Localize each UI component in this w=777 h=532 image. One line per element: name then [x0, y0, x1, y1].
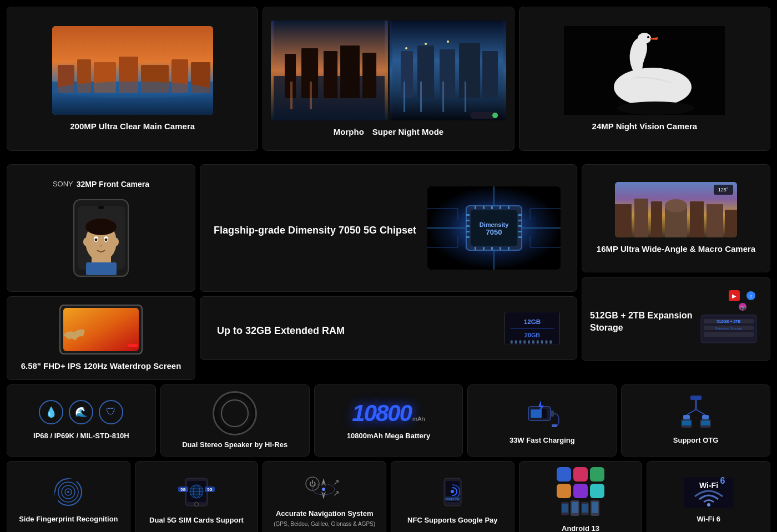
svg-rect-106: [541, 340, 543, 343]
ip-rating-cell: 💧 🌊 🛡 IP68 / IP69K / MIL-STD-810H: [7, 384, 156, 457]
svg-rect-18: [310, 82, 312, 109]
svg-text:Dimensity: Dimensity: [480, 221, 509, 228]
svg-rect-94: [508, 247, 509, 250]
chipset-cell: Flagship-grade Dimensity 7050 5G Chipset: [200, 164, 577, 292]
svg-rect-87: [491, 206, 493, 209]
svg-rect-76: [466, 220, 470, 221]
android-app-1: [557, 467, 571, 482]
front-camera-label: 32MP Front Camera: [77, 179, 149, 190]
svg-rect-85: [475, 206, 476, 209]
fingerprint-image: [53, 477, 84, 510]
svg-point-47: [99, 245, 103, 247]
svg-rect-81: [518, 220, 522, 221]
svg-rect-142: [702, 415, 709, 419]
sim-label: Dual 5G SIM Cards Support: [149, 515, 244, 525]
wide-angle-image: 125°: [615, 182, 737, 237]
svg-text:📷: 📷: [740, 305, 745, 310]
svg-rect-14: [324, 51, 337, 98]
svg-rect-22: [440, 49, 455, 98]
charging-image: [523, 396, 562, 431]
ip68-icon: 💧: [39, 400, 63, 424]
svg-rect-145: [682, 420, 691, 425]
otg-cell: Support OTG: [621, 384, 770, 457]
svg-rect-111: [634, 199, 648, 237]
android-app-3: [590, 467, 604, 482]
ip-rating-label: IP68 / IP69K / MIL-STD-810H: [33, 431, 129, 441]
svg-rect-51: [86, 262, 117, 275]
night-vision-cell: 24MP Night Vision Camera: [519, 7, 770, 151]
svg-text:5G: 5G: [180, 488, 186, 492]
navigation-sublabel: (GPS, Beidou, Galileo, Glonass & AGPS): [274, 521, 375, 527]
battery-display: 10800mAh: [352, 400, 425, 427]
android-app-4: [557, 484, 571, 498]
android-app-5: [573, 484, 588, 498]
svg-point-9: [55, 82, 210, 98]
svg-point-33: [492, 113, 498, 118]
sim-cell: 5G 5G Dual 5G SIM Cards Support: [135, 461, 259, 532]
svg-line-139: [687, 409, 696, 415]
nfc-label: NFC Supports Google Pay: [407, 515, 498, 525]
svg-text:↗: ↗: [333, 489, 340, 498]
wifi-cell: Wi-Fi 6 Wi-Fi 6: [647, 461, 770, 532]
ram-label: Up to 32GB Extended RAM: [217, 324, 345, 338]
svg-rect-102: [523, 340, 526, 343]
svg-point-191: [707, 503, 710, 506]
svg-point-30: [425, 43, 427, 45]
navigation-cell: ⏻ ↗ ↗ Accurate Navigation System (GPS, B…: [263, 461, 386, 532]
svg-point-35: [614, 68, 692, 107]
ram-image: 12GB 20GB: [504, 312, 560, 345]
svg-rect-86: [483, 206, 485, 209]
svg-rect-21: [417, 45, 434, 98]
svg-rect-103: [528, 340, 530, 343]
svg-rect-25: [403, 82, 405, 112]
speaker-cell: Dual Stereo Speaker by Hi-Res: [160, 384, 310, 457]
android-cell: Android 13: [519, 461, 643, 532]
night-vision-image: [564, 26, 725, 115]
chipset-image: Dimensity 7050: [427, 186, 561, 270]
svg-rect-146: [701, 420, 710, 425]
svg-rect-24: [482, 51, 498, 98]
svg-text:125°: 125°: [718, 187, 729, 192]
svg-rect-105: [537, 340, 539, 343]
svg-rect-26: [420, 82, 422, 112]
camera-main-image: [52, 26, 213, 115]
front-camera-cell: SONY 32MP Front Camera: [7, 164, 195, 292]
svg-rect-90: [475, 247, 476, 250]
svg-rect-56: [128, 344, 138, 347]
svg-rect-188: [582, 504, 588, 513]
night-mode-image: [271, 21, 506, 120]
fingerprint-label: Side Fingerprint Recognition: [19, 514, 118, 524]
fingerprint-cell: Side Fingerprint Recognition: [7, 461, 130, 532]
sim-image: 5G 5G: [177, 475, 216, 511]
svg-point-46: [104, 239, 107, 241]
night-mode-before: [271, 21, 387, 120]
svg-text:Wi-Fi: Wi-Fi: [699, 481, 718, 490]
svg-rect-110: [615, 204, 632, 237]
svg-rect-99: [511, 340, 513, 343]
front-camera-image: [73, 199, 129, 277]
svg-rect-141: [683, 415, 690, 419]
svg-point-31: [447, 40, 449, 43]
sony-brand-label: SONY: [53, 180, 73, 188]
svg-point-49: [114, 238, 119, 246]
svg-rect-100: [515, 340, 517, 343]
svg-text:Extended Storage: Extended Storage: [715, 327, 743, 330]
svg-rect-92: [491, 247, 493, 250]
android-phones-visual: [558, 500, 603, 519]
svg-rect-79: [466, 236, 470, 238]
svg-marker-172: [321, 492, 326, 499]
wide-angle-label: 16MP Ultra Wide-Angle & Macro Camera: [597, 243, 755, 255]
navigation-label: Accurate Navigation System: [276, 509, 374, 519]
svg-point-179: [451, 490, 454, 493]
camera-main-label: 200MP Ultra Clear Main Camera: [70, 120, 195, 132]
night-mode-cell: Morpho Super Night Mode: [263, 7, 514, 151]
svg-rect-189: [592, 502, 598, 513]
svg-point-114: [665, 199, 687, 212]
svg-rect-93: [500, 247, 501, 250]
svg-rect-17: [290, 82, 292, 109]
svg-text:Google Pay: Google Pay: [445, 497, 460, 500]
svg-point-151: [67, 491, 69, 493]
svg-rect-75: [466, 214, 470, 216]
svg-rect-82: [518, 225, 522, 227]
svg-rect-23: [459, 43, 480, 98]
